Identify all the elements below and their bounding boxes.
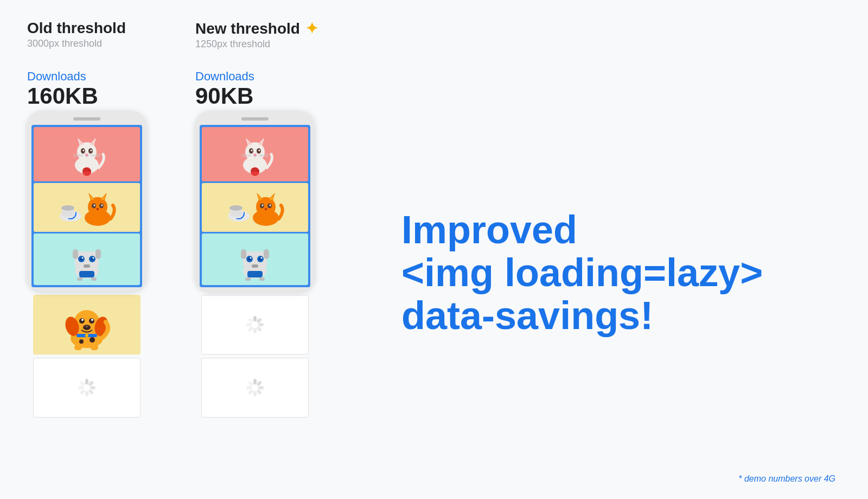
svg-point-51 xyxy=(81,319,84,321)
svg-rect-128 xyxy=(246,386,252,389)
new-phone-body xyxy=(195,111,315,292)
svg-point-60 xyxy=(79,339,84,344)
headline-line1: Improved xyxy=(401,209,841,251)
svg-point-97 xyxy=(262,205,264,206)
svg-rect-33 xyxy=(73,249,78,259)
svg-point-99 xyxy=(265,208,267,210)
svg-rect-110 xyxy=(252,264,258,268)
svg-rect-115 xyxy=(256,318,262,324)
svg-rect-122 xyxy=(253,379,257,384)
svg-rect-121 xyxy=(248,318,254,324)
dog-yellow-illustration xyxy=(52,299,122,351)
spinner-icon-1 xyxy=(74,375,100,401)
robot-dog-illustration xyxy=(60,237,114,282)
headline-line2: <img loading=lazy> xyxy=(401,251,841,294)
svg-point-28 xyxy=(94,205,95,206)
svg-rect-43 xyxy=(77,277,82,281)
new-downloads-value: 90KB xyxy=(195,84,254,109)
phone-speaker xyxy=(73,117,100,121)
svg-rect-41 xyxy=(84,264,90,268)
new-phone xyxy=(195,111,315,292)
svg-point-18 xyxy=(61,205,74,211)
svg-rect-112 xyxy=(245,277,251,281)
cat-orange-illustration xyxy=(54,186,119,229)
svg-point-78 xyxy=(259,150,260,151)
svg-rect-62 xyxy=(88,381,94,387)
robot-dog-2 xyxy=(228,237,282,282)
old-threshold-title-text: Old threshold xyxy=(27,20,126,37)
loading-spinner-2 xyxy=(202,295,308,354)
svg-rect-111 xyxy=(247,271,263,277)
svg-rect-102 xyxy=(241,249,246,259)
page-container: Old threshold 3000px threshold Downloads… xyxy=(0,0,868,499)
svg-rect-118 xyxy=(253,328,257,333)
old-image-3-robot-dog xyxy=(34,233,140,285)
loading-spinner-3 xyxy=(202,358,308,417)
sparkle-icon: ✦ xyxy=(305,20,318,37)
old-phone-body xyxy=(27,111,146,292)
new-downloads-text: Downloads xyxy=(195,70,254,84)
spinner-icon-2 xyxy=(242,312,268,338)
svg-rect-64 xyxy=(88,389,94,395)
svg-rect-63 xyxy=(90,386,95,389)
svg-rect-58 xyxy=(91,345,98,350)
cat-orange-2 xyxy=(222,186,288,229)
svg-point-9 xyxy=(91,150,92,151)
svg-point-52 xyxy=(91,319,93,321)
svg-point-56 xyxy=(85,334,88,337)
old-phone-screen xyxy=(31,125,142,287)
headline-line3: data-savings! xyxy=(401,294,841,337)
spinner-icon-3 xyxy=(242,375,268,401)
svg-rect-113 xyxy=(259,277,265,281)
loading-spinner-1 xyxy=(34,358,140,417)
new-image-5-loading xyxy=(201,358,309,418)
svg-point-29 xyxy=(101,205,103,206)
svg-rect-123 xyxy=(256,381,262,387)
svg-rect-119 xyxy=(248,326,254,332)
svg-rect-127 xyxy=(248,389,254,395)
old-downloads-label: Downloads 160KB xyxy=(27,70,98,109)
svg-rect-116 xyxy=(258,323,264,326)
svg-rect-126 xyxy=(253,391,257,396)
svg-rect-124 xyxy=(258,386,264,389)
cat-red-illustration xyxy=(62,132,111,176)
old-threshold-title: Old threshold xyxy=(27,20,126,37)
svg-point-54 xyxy=(85,325,88,327)
svg-rect-34 xyxy=(95,249,101,259)
headline-section: Improved <img loading=lazy> data-savings… xyxy=(380,20,841,483)
svg-point-79 xyxy=(253,154,257,156)
svg-rect-67 xyxy=(78,386,84,389)
old-threshold-header: Old threshold 3000px threshold xyxy=(27,20,126,63)
svg-point-40 xyxy=(93,257,94,258)
old-image-1-cat-red xyxy=(34,127,140,181)
old-downloads-value: 160KB xyxy=(27,84,98,109)
svg-point-108 xyxy=(250,257,252,258)
new-image-1-cat-red xyxy=(202,127,308,181)
new-phone-screen xyxy=(200,125,310,287)
old-below-phone xyxy=(33,295,152,418)
cat-red-2 xyxy=(231,132,279,176)
svg-rect-114 xyxy=(253,316,257,321)
svg-rect-57 xyxy=(74,345,82,350)
svg-rect-42 xyxy=(79,271,94,277)
svg-point-8 xyxy=(83,150,85,151)
new-threshold-panel: New threshold ✦ 1250px threshold Downloa… xyxy=(195,20,347,483)
svg-rect-68 xyxy=(80,381,86,387)
new-threshold-title-text: New threshold xyxy=(195,20,300,37)
demo-note: * demo numbers over 4G xyxy=(738,474,835,484)
old-image-4-dog-yellow xyxy=(33,295,141,355)
svg-point-10 xyxy=(85,154,88,156)
svg-point-98 xyxy=(270,205,271,206)
headline-text: Improved <img loading=lazy> data-savings… xyxy=(401,209,841,338)
svg-point-87 xyxy=(229,205,242,211)
svg-rect-129 xyxy=(248,381,254,387)
new-threshold-subtitle: 1250px threshold xyxy=(195,39,318,50)
svg-rect-103 xyxy=(264,249,269,259)
new-downloads-label: Downloads 90KB xyxy=(195,70,254,109)
svg-point-39 xyxy=(82,257,84,258)
svg-rect-125 xyxy=(256,389,262,395)
old-image-5-loading xyxy=(33,358,141,418)
old-image-2-cat-orange xyxy=(34,183,140,232)
svg-point-77 xyxy=(251,150,253,151)
svg-rect-44 xyxy=(91,277,97,281)
